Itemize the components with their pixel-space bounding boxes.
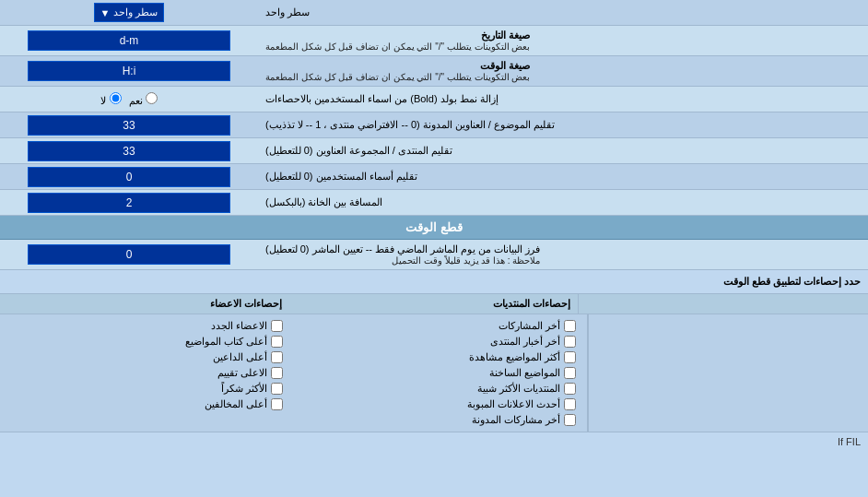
bold-no-radio[interactable] [110, 92, 122, 104]
bold-no-label[interactable]: لا [100, 92, 121, 107]
list-item: أعلى كتاب المواضيع [7, 334, 287, 349]
date-format-title: صيغة التاريخ [265, 30, 530, 41]
time-format-title: صيغة الوقت [265, 60, 530, 72]
cutoff-note: ملاحظة : هذا قد يزيد قليلاً وقت التحميل [265, 255, 540, 266]
list-item: أعلى الداعين [7, 349, 287, 365]
bold-radio-group: نعم لا [100, 92, 157, 107]
row-time-format: صيغة الوقت بعض التكوينات يتطلب "/" التي … [0, 56, 868, 87]
time-format-label-cell: صيغة الوقت بعض التكوينات يتطلب "/" التي … [258, 56, 868, 86]
cutoff-label-cell: فرز البيانات من يوم الماشر الماضي فقط --… [258, 240, 868, 269]
forum-group-input-cell [0, 138, 258, 163]
cb-most-viewed[interactable] [564, 351, 576, 363]
spacing-label-cell: المسافة بين الخانة (بالبكسل) [258, 190, 868, 215]
list-item: الاعضاء الجدد [7, 318, 287, 334]
bold-yes-label[interactable]: نعم [129, 92, 158, 107]
list-item: المواضيع الساخنة [301, 365, 581, 381]
list-item: الاعلى تقييم [7, 365, 287, 381]
bottom-text: If FIL [838, 436, 861, 447]
list-item: أحدث الاعلانات المبوبة [301, 396, 581, 412]
cb-hot-topics[interactable] [564, 367, 576, 379]
bold-yes-radio[interactable] [146, 92, 158, 104]
list-item: المنتديات الأكثر شبية [301, 381, 581, 396]
spacing-input-cell [0, 190, 258, 215]
spacing-input[interactable] [28, 193, 230, 213]
row-spacing: المسافة بين الخانة (بالبكسل) [0, 190, 868, 216]
list-item: أخر المشاركات [301, 318, 581, 334]
cb-top-inviters[interactable] [271, 351, 283, 363]
display-label: سطر واحد [258, 0, 868, 25]
list-item: أعلى المخالفين [7, 396, 287, 412]
date-format-note: بعض التكوينات يتطلب "/" التي يمكن ان تضا… [265, 41, 530, 52]
row-forum-group: تقليم المنتدى / المجموعة العناوين (0 للت… [0, 138, 868, 164]
row-date-format: صيغة التاريخ بعض التكوينات يتطلب "/" الت… [0, 26, 868, 56]
time-format-note: بعض التكوينات يتطلب "/" التي يمكن ان تضا… [265, 72, 530, 82]
bold-label: إزالة نمط بولد (Bold) من اسماء المستخدمي… [265, 93, 499, 105]
usernames-label-cell: تقليم أسماء المستخدمين (0 للتعطيل) [258, 164, 868, 189]
forum-group-label-cell: تقليم المنتدى / المجموعة العناوين (0 للت… [258, 138, 868, 163]
empty-col [588, 314, 868, 432]
cutoff-input[interactable] [28, 244, 230, 265]
bold-label-cell: إزالة نمط بولد (Bold) من اسماء المستخدمي… [258, 87, 868, 112]
checkboxes-section: حدد إحصاءات لتطبيق قطع الوقت إحصاءات الم… [0, 270, 868, 432]
date-format-input-cell [0, 26, 258, 55]
date-format-label-cell: صيغة التاريخ بعض التكوينات يتطلب "/" الت… [258, 26, 868, 55]
list-item: أخر مشاركات المدونة [301, 412, 581, 428]
checkboxes-col-headers: إحصاءات المنتديات إحصاءات الاعضاء [0, 294, 868, 314]
threads-input-cell [0, 112, 258, 137]
forum-group-input[interactable] [28, 141, 230, 161]
display-dropdown[interactable]: سطر واحد ▼ [94, 3, 165, 22]
threads-input[interactable] [28, 115, 230, 136]
cb-last-posts[interactable] [564, 320, 576, 332]
cb-most-thanked[interactable] [271, 383, 283, 395]
usernames-input[interactable] [28, 167, 230, 187]
row-cutoff-days: فرز البيانات من يوم الماشر الماضي فقط --… [0, 240, 868, 270]
cutoff-input-cell [0, 240, 258, 269]
row-usernames: تقليم أسماء المستخدمين (0 للتعطيل) [0, 164, 868, 190]
threads-label-cell: تقليم الموضوع / العناوين المدونة (0 -- ا… [258, 112, 868, 137]
cb-last-forum-news[interactable] [564, 336, 576, 348]
col1-checkboxes: أخر المشاركات أخر أخبار المنتدى أكثر الم… [294, 314, 589, 432]
cb-top-writers[interactable] [271, 336, 283, 348]
checkboxes-header-row: حدد إحصاءات لتطبيق قطع الوقت [0, 270, 868, 294]
bottom-bar: If FIL [0, 432, 868, 451]
forum-group-label: تقليم المنتدى / المجموعة العناوين (0 للت… [265, 145, 452, 157]
row-threads: تقليم الموضوع / العناوين المدونة (0 -- ا… [0, 112, 868, 138]
row-display: سطر واحد سطر واحد ▼ [0, 0, 868, 26]
list-item: أخر أخبار المنتدى [301, 334, 581, 349]
spacing-label: المسافة بين الخانة (بالبكسل) [265, 196, 383, 208]
cutoff-title: فرز البيانات من يوم الماشر الماضي فقط --… [265, 243, 540, 255]
cb-most-similar-forums[interactable] [564, 383, 576, 395]
list-item: أكثر المواضيع مشاهدة [301, 349, 581, 365]
bold-input-cell: نعم لا [0, 87, 258, 112]
list-item: الأكثر شكراً [7, 381, 287, 396]
main-container: سطر واحد سطر واحد ▼ صيغة التاريخ بعض الت… [0, 0, 868, 451]
cb-highest-rated[interactable] [271, 367, 283, 379]
cb-last-blog-posts[interactable] [564, 414, 576, 426]
cb-top-violators[interactable] [271, 398, 283, 410]
chevron-down-icon: ▼ [100, 7, 111, 18]
time-format-input-cell [0, 56, 258, 86]
cutoff-section-header: قطع الوقت [0, 216, 868, 240]
row-bold: إزالة نمط بولد (Bold) من اسماء المستخدمي… [0, 87, 868, 112]
checkboxes-area: أخر المشاركات أخر أخبار المنتدى أكثر الم… [0, 314, 868, 432]
usernames-label: تقليم أسماء المستخدمين (0 للتعطيل) [265, 171, 417, 183]
display-input-cell: سطر واحد ▼ [0, 0, 258, 25]
stats-apply-label: حدد إحصاءات لتطبيق قطع الوقت [0, 272, 868, 291]
date-format-input[interactable] [28, 30, 230, 51]
cutoff-section-title: قطع الوقت [405, 220, 463, 234]
cb-new-members[interactable] [271, 320, 283, 332]
col2-header: إحصاءات الاعضاء [0, 294, 289, 314]
usernames-input-cell [0, 164, 258, 189]
col1-header: إحصاءات المنتديات [289, 294, 580, 314]
empty-left-header [579, 294, 868, 314]
time-format-input[interactable] [28, 61, 230, 81]
cb-latest-classified[interactable] [564, 398, 576, 410]
threads-label: تقليم الموضوع / العناوين المدونة (0 -- ا… [265, 119, 555, 131]
col2-checkboxes: الاعضاء الجدد أعلى كتاب المواضيع أعلى ال… [0, 314, 294, 432]
